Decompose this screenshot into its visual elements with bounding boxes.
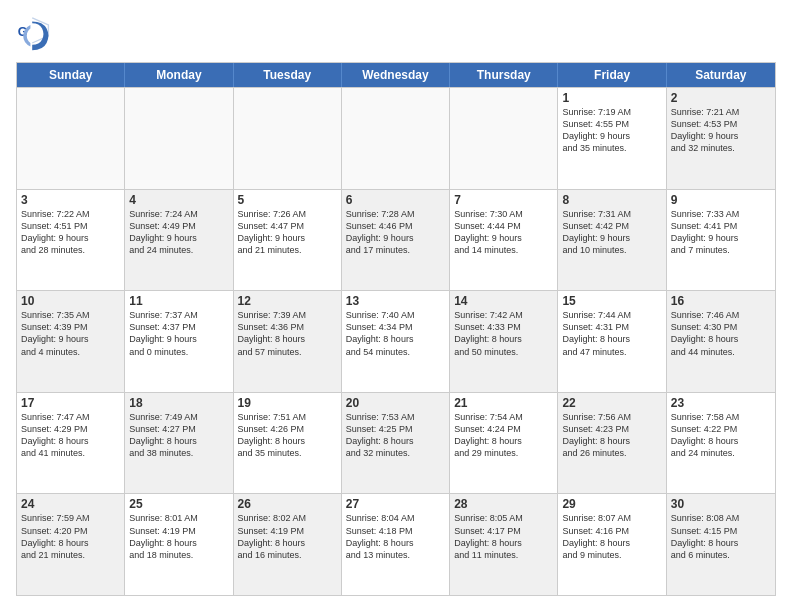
day-number: 9 xyxy=(671,193,771,207)
day-cell-26: 26Sunrise: 8:02 AM Sunset: 4:19 PM Dayli… xyxy=(234,494,342,595)
day-cell-14: 14Sunrise: 7:42 AM Sunset: 4:33 PM Dayli… xyxy=(450,291,558,392)
day-number: 12 xyxy=(238,294,337,308)
header: G xyxy=(16,16,776,52)
weekday-header-sunday: Sunday xyxy=(17,63,125,87)
day-number: 28 xyxy=(454,497,553,511)
day-cell-30: 30Sunrise: 8:08 AM Sunset: 4:15 PM Dayli… xyxy=(667,494,775,595)
day-number: 8 xyxy=(562,193,661,207)
day-cell-6: 6Sunrise: 7:28 AM Sunset: 4:46 PM Daylig… xyxy=(342,190,450,291)
day-number: 26 xyxy=(238,497,337,511)
day-info: Sunrise: 7:30 AM Sunset: 4:44 PM Dayligh… xyxy=(454,208,553,257)
day-cell-19: 19Sunrise: 7:51 AM Sunset: 4:26 PM Dayli… xyxy=(234,393,342,494)
day-cell-23: 23Sunrise: 7:58 AM Sunset: 4:22 PM Dayli… xyxy=(667,393,775,494)
day-number: 24 xyxy=(21,497,120,511)
day-cell-8: 8Sunrise: 7:31 AM Sunset: 4:42 PM Daylig… xyxy=(558,190,666,291)
day-number: 10 xyxy=(21,294,120,308)
day-number: 30 xyxy=(671,497,771,511)
day-number: 4 xyxy=(129,193,228,207)
day-info: Sunrise: 7:42 AM Sunset: 4:33 PM Dayligh… xyxy=(454,309,553,358)
page: G SundayMondayTuesdayWednesdayThursdayFr… xyxy=(0,0,792,612)
day-info: Sunrise: 7:37 AM Sunset: 4:37 PM Dayligh… xyxy=(129,309,228,358)
day-cell-4: 4Sunrise: 7:24 AM Sunset: 4:49 PM Daylig… xyxy=(125,190,233,291)
weekday-header-thursday: Thursday xyxy=(450,63,558,87)
day-info: Sunrise: 8:08 AM Sunset: 4:15 PM Dayligh… xyxy=(671,512,771,561)
logo: G xyxy=(16,16,56,52)
day-number: 25 xyxy=(129,497,228,511)
day-info: Sunrise: 8:04 AM Sunset: 4:18 PM Dayligh… xyxy=(346,512,445,561)
empty-cell xyxy=(17,88,125,189)
calendar-row-0: 1Sunrise: 7:19 AM Sunset: 4:55 PM Daylig… xyxy=(17,87,775,189)
day-info: Sunrise: 7:22 AM Sunset: 4:51 PM Dayligh… xyxy=(21,208,120,257)
day-info: Sunrise: 7:33 AM Sunset: 4:41 PM Dayligh… xyxy=(671,208,771,257)
day-number: 23 xyxy=(671,396,771,410)
day-info: Sunrise: 7:54 AM Sunset: 4:24 PM Dayligh… xyxy=(454,411,553,460)
day-cell-21: 21Sunrise: 7:54 AM Sunset: 4:24 PM Dayli… xyxy=(450,393,558,494)
day-cell-3: 3Sunrise: 7:22 AM Sunset: 4:51 PM Daylig… xyxy=(17,190,125,291)
day-info: Sunrise: 7:21 AM Sunset: 4:53 PM Dayligh… xyxy=(671,106,771,155)
day-number: 11 xyxy=(129,294,228,308)
day-info: Sunrise: 7:26 AM Sunset: 4:47 PM Dayligh… xyxy=(238,208,337,257)
day-number: 7 xyxy=(454,193,553,207)
day-number: 16 xyxy=(671,294,771,308)
calendar-row-4: 24Sunrise: 7:59 AM Sunset: 4:20 PM Dayli… xyxy=(17,493,775,595)
day-info: Sunrise: 7:56 AM Sunset: 4:23 PM Dayligh… xyxy=(562,411,661,460)
day-cell-17: 17Sunrise: 7:47 AM Sunset: 4:29 PM Dayli… xyxy=(17,393,125,494)
day-info: Sunrise: 7:46 AM Sunset: 4:30 PM Dayligh… xyxy=(671,309,771,358)
day-cell-1: 1Sunrise: 7:19 AM Sunset: 4:55 PM Daylig… xyxy=(558,88,666,189)
empty-cell xyxy=(125,88,233,189)
day-cell-15: 15Sunrise: 7:44 AM Sunset: 4:31 PM Dayli… xyxy=(558,291,666,392)
weekday-header-monday: Monday xyxy=(125,63,233,87)
day-number: 6 xyxy=(346,193,445,207)
day-info: Sunrise: 8:07 AM Sunset: 4:16 PM Dayligh… xyxy=(562,512,661,561)
day-info: Sunrise: 7:47 AM Sunset: 4:29 PM Dayligh… xyxy=(21,411,120,460)
day-info: Sunrise: 7:35 AM Sunset: 4:39 PM Dayligh… xyxy=(21,309,120,358)
empty-cell xyxy=(234,88,342,189)
day-number: 1 xyxy=(562,91,661,105)
day-info: Sunrise: 7:31 AM Sunset: 4:42 PM Dayligh… xyxy=(562,208,661,257)
day-number: 21 xyxy=(454,396,553,410)
day-cell-11: 11Sunrise: 7:37 AM Sunset: 4:37 PM Dayli… xyxy=(125,291,233,392)
day-number: 27 xyxy=(346,497,445,511)
day-number: 19 xyxy=(238,396,337,410)
day-number: 2 xyxy=(671,91,771,105)
day-number: 3 xyxy=(21,193,120,207)
day-cell-5: 5Sunrise: 7:26 AM Sunset: 4:47 PM Daylig… xyxy=(234,190,342,291)
day-cell-2: 2Sunrise: 7:21 AM Sunset: 4:53 PM Daylig… xyxy=(667,88,775,189)
day-cell-9: 9Sunrise: 7:33 AM Sunset: 4:41 PM Daylig… xyxy=(667,190,775,291)
calendar-row-3: 17Sunrise: 7:47 AM Sunset: 4:29 PM Dayli… xyxy=(17,392,775,494)
day-number: 5 xyxy=(238,193,337,207)
calendar: SundayMondayTuesdayWednesdayThursdayFrid… xyxy=(16,62,776,596)
day-number: 29 xyxy=(562,497,661,511)
day-info: Sunrise: 7:40 AM Sunset: 4:34 PM Dayligh… xyxy=(346,309,445,358)
day-number: 13 xyxy=(346,294,445,308)
day-cell-10: 10Sunrise: 7:35 AM Sunset: 4:39 PM Dayli… xyxy=(17,291,125,392)
day-cell-12: 12Sunrise: 7:39 AM Sunset: 4:36 PM Dayli… xyxy=(234,291,342,392)
day-cell-29: 29Sunrise: 8:07 AM Sunset: 4:16 PM Dayli… xyxy=(558,494,666,595)
day-number: 18 xyxy=(129,396,228,410)
weekday-header-tuesday: Tuesday xyxy=(234,63,342,87)
day-cell-27: 27Sunrise: 8:04 AM Sunset: 4:18 PM Dayli… xyxy=(342,494,450,595)
weekday-header-friday: Friday xyxy=(558,63,666,87)
day-number: 14 xyxy=(454,294,553,308)
day-cell-7: 7Sunrise: 7:30 AM Sunset: 4:44 PM Daylig… xyxy=(450,190,558,291)
day-cell-24: 24Sunrise: 7:59 AM Sunset: 4:20 PM Dayli… xyxy=(17,494,125,595)
day-cell-28: 28Sunrise: 8:05 AM Sunset: 4:17 PM Dayli… xyxy=(450,494,558,595)
day-info: Sunrise: 7:49 AM Sunset: 4:27 PM Dayligh… xyxy=(129,411,228,460)
day-info: Sunrise: 8:05 AM Sunset: 4:17 PM Dayligh… xyxy=(454,512,553,561)
day-info: Sunrise: 7:58 AM Sunset: 4:22 PM Dayligh… xyxy=(671,411,771,460)
calendar-row-1: 3Sunrise: 7:22 AM Sunset: 4:51 PM Daylig… xyxy=(17,189,775,291)
day-cell-16: 16Sunrise: 7:46 AM Sunset: 4:30 PM Dayli… xyxy=(667,291,775,392)
weekday-header-wednesday: Wednesday xyxy=(342,63,450,87)
calendar-header: SundayMondayTuesdayWednesdayThursdayFrid… xyxy=(17,63,775,87)
day-number: 22 xyxy=(562,396,661,410)
day-info: Sunrise: 7:51 AM Sunset: 4:26 PM Dayligh… xyxy=(238,411,337,460)
empty-cell xyxy=(342,88,450,189)
day-cell-25: 25Sunrise: 8:01 AM Sunset: 4:19 PM Dayli… xyxy=(125,494,233,595)
day-cell-13: 13Sunrise: 7:40 AM Sunset: 4:34 PM Dayli… xyxy=(342,291,450,392)
day-info: Sunrise: 7:28 AM Sunset: 4:46 PM Dayligh… xyxy=(346,208,445,257)
day-info: Sunrise: 7:44 AM Sunset: 4:31 PM Dayligh… xyxy=(562,309,661,358)
day-info: Sunrise: 8:02 AM Sunset: 4:19 PM Dayligh… xyxy=(238,512,337,561)
empty-cell xyxy=(450,88,558,189)
day-info: Sunrise: 7:59 AM Sunset: 4:20 PM Dayligh… xyxy=(21,512,120,561)
calendar-body: 1Sunrise: 7:19 AM Sunset: 4:55 PM Daylig… xyxy=(17,87,775,595)
